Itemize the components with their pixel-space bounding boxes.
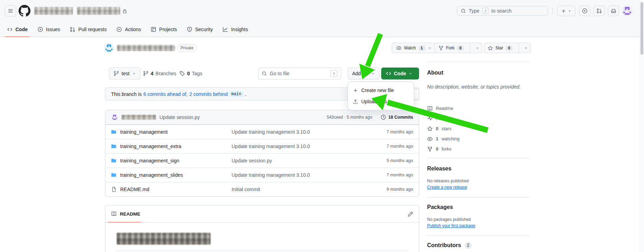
star-dropdown-button[interactable]	[521, 43, 530, 53]
tag-icon	[179, 71, 185, 76]
about-item-forks[interactable]: 0 forks	[427, 144, 529, 154]
star-button[interactable]: Star 0	[484, 43, 516, 53]
code-label: Code	[394, 71, 406, 76]
tab-projects[interactable]: Projects	[146, 22, 181, 37]
file-name-link[interactable]: training_management_sign	[120, 158, 179, 163]
tags-link[interactable]: 0 Tags	[179, 71, 202, 76]
about-item-watching[interactable]: 1 watching	[427, 134, 529, 144]
table-row[interactable]: README.md Initial commit 9 months ago	[105, 182, 419, 196]
sidebar-divider	[427, 197, 530, 197]
tab-pull-requests[interactable]: Pull requests	[66, 22, 111, 37]
commits-ahead-link[interactable]: 6 commits ahead of,	[143, 91, 187, 97]
table-row[interactable]: training_management Update training mana…	[105, 125, 419, 139]
file-name-link[interactable]: README.md	[120, 187, 149, 192]
pull-requests-header-button[interactable]	[594, 6, 605, 16]
fork-dropdown-button[interactable]	[473, 43, 482, 53]
github-logo[interactable]	[19, 5, 30, 17]
tab-issues[interactable]: Issues	[33, 22, 64, 37]
play-icon	[116, 27, 122, 32]
issues-header-button[interactable]	[579, 6, 590, 16]
about-item-label: stars	[441, 126, 451, 131]
menu-item-create-new-file[interactable]: Create new file	[348, 85, 414, 96]
menu-item-label: Create new file	[361, 88, 394, 93]
commits-behind-link[interactable]: 2 commits behind	[189, 91, 228, 97]
scrollbar-thumb[interactable]	[640, 2, 643, 55]
branches-count: 4	[151, 71, 153, 76]
table-row[interactable]: training_management_extra Update trainin…	[105, 139, 419, 153]
commit-message-link[interactable]: Initial commit	[232, 187, 350, 192]
file-name-link[interactable]: training_management_slides	[120, 172, 183, 178]
user-avatar[interactable]	[622, 5, 633, 16]
issue-opened-icon	[37, 27, 43, 32]
edit-readme-button[interactable]	[407, 211, 413, 217]
latest-commit-message[interactable]: Update session.py	[159, 114, 200, 120]
fork-count: 0	[457, 45, 464, 51]
tab-label: Actions	[125, 27, 141, 32]
commit-author-avatar[interactable]	[111, 114, 118, 121]
menu-item-upload-files[interactable]: Upload files	[348, 96, 414, 107]
branches-label: Branches	[156, 71, 176, 76]
commit-message-link[interactable]: Update session.py	[232, 158, 350, 163]
tab-actions[interactable]: Actions	[112, 22, 145, 37]
watching-count: 1	[436, 136, 438, 141]
issue-opened-icon	[582, 8, 588, 14]
fork-button[interactable]: Fork 0	[435, 43, 467, 53]
about-item-readme[interactable]: Readme	[427, 103, 529, 113]
file-name-link[interactable]: training_management	[120, 129, 167, 135]
table-icon	[151, 27, 156, 32]
hamburger-menu-button[interactable]	[5, 5, 16, 16]
repo-forked-icon	[438, 46, 444, 51]
commit-history-link[interactable]: 18 Commits	[381, 114, 413, 120]
about-items: Readme Activity 0 stars 1 watching 0 for…	[427, 103, 529, 154]
main-branch-badge[interactable]: main	[229, 91, 244, 97]
book-icon	[427, 106, 433, 111]
commit-message-link[interactable]: Update training management 3.10.0	[232, 172, 350, 178]
about-item-activity[interactable]: Activity	[427, 113, 529, 124]
app-header: Type / to search Code Issues Pull reques…	[0, 0, 644, 37]
about-item-label: watching	[441, 136, 459, 141]
readme-section: README	[105, 205, 419, 252]
commit-message-link[interactable]: Update training management 3.10.0	[232, 144, 350, 149]
git-pull-request-icon	[596, 8, 602, 14]
repo-nav: Code Issues Pull requests Actions Projec…	[3, 22, 252, 37]
commit-author-redacted[interactable]	[122, 115, 156, 120]
breadcrumb-owner-redacted[interactable]	[34, 7, 73, 15]
tab-code[interactable]: Code	[3, 22, 32, 37]
create-release-link[interactable]: Create a new release	[427, 185, 467, 190]
commit-message-link[interactable]: Update training management 3.10.0	[232, 129, 350, 135]
watch-button[interactable]: Watch 1	[392, 43, 436, 53]
repo-owner-avatar[interactable]	[104, 43, 114, 53]
tab-insights[interactable]: Insights	[218, 22, 252, 37]
readme-tab[interactable]: README	[111, 211, 141, 217]
forks-count: 0	[436, 146, 438, 152]
file-name-link[interactable]: training_management_extra	[120, 144, 181, 149]
inbox-button[interactable]	[608, 6, 619, 16]
branch-selector-button[interactable]: test	[109, 68, 141, 79]
tab-security[interactable]: Security	[183, 22, 217, 37]
chevron-down-icon	[568, 9, 571, 13]
scrollbar-track[interactable]	[640, 0, 644, 252]
latest-commit-meta[interactable]: 543ceed · 5 months ago	[327, 115, 372, 120]
go-to-file-input[interactable]: Go to file t	[258, 68, 341, 79]
code-button[interactable]: Code	[381, 68, 419, 79]
folder-icon	[111, 158, 117, 163]
header-divider	[553, 8, 553, 14]
commits-count-label: 18 Commits	[388, 115, 413, 120]
search-icon	[262, 71, 267, 76]
chevron-down-icon	[524, 46, 528, 50]
pencil-icon	[407, 211, 413, 217]
repo-title-redacted[interactable]	[117, 45, 175, 51]
tab-label: Issues	[46, 27, 60, 32]
star-icon	[488, 46, 493, 51]
about-item-label: Activity	[436, 116, 450, 121]
breadcrumb-repo-redacted[interactable]	[77, 7, 120, 15]
global-search-input[interactable]: Type / to search	[457, 6, 548, 16]
create-new-button[interactable]	[557, 6, 575, 16]
table-row[interactable]: training_management_sign Update session.…	[105, 153, 419, 168]
about-item-stars[interactable]: 0 stars	[427, 124, 529, 134]
publish-package-link[interactable]: Publish your first package	[427, 223, 475, 228]
add-file-button[interactable]: Add file	[348, 68, 379, 79]
releases-title: Releases	[427, 166, 451, 172]
table-row[interactable]: training_management_slides Update traini…	[105, 168, 419, 182]
branches-link[interactable]: 4 Branches	[143, 71, 176, 76]
